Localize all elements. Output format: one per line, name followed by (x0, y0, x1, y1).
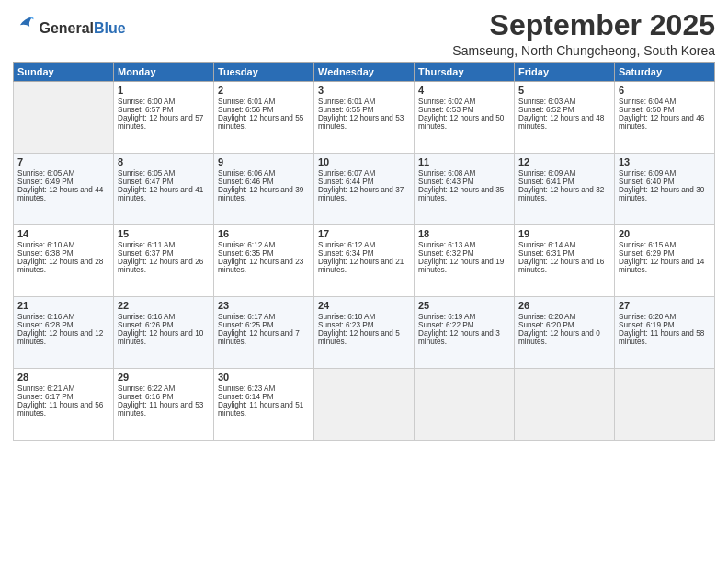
sunset-text: Sunset: 6:38 PM (17, 249, 109, 258)
day-number: 5 (518, 85, 610, 96)
sunrise-text: Sunrise: 6:10 AM (17, 241, 109, 249)
sunrise-text: Sunrise: 6:22 AM (118, 385, 210, 393)
daylight-text: Daylight: 12 hours and 0 minutes. (518, 329, 610, 346)
calendar-week-row: 21Sunrise: 6:16 AMSunset: 6:28 PMDayligh… (14, 297, 715, 369)
sunset-text: Sunset: 6:32 PM (418, 249, 510, 258)
day-number: 26 (518, 300, 610, 311)
title-area: September 2025 Samseung, North Chungcheo… (452, 9, 715, 58)
sunset-text: Sunset: 6:35 PM (218, 249, 310, 258)
calendar-cell: 18Sunrise: 6:13 AMSunset: 6:32 PMDayligh… (415, 225, 515, 297)
calendar-week-row: 28Sunrise: 6:21 AMSunset: 6:17 PMDayligh… (14, 369, 715, 441)
sunset-text: Sunset: 6:25 PM (218, 321, 310, 329)
sunset-text: Sunset: 6:17 PM (17, 393, 109, 401)
calendar-cell: 23Sunrise: 6:17 AMSunset: 6:25 PMDayligh… (214, 297, 314, 369)
sunset-text: Sunset: 6:40 PM (619, 178, 711, 186)
sunset-text: Sunset: 6:16 PM (118, 393, 210, 401)
sunrise-text: Sunrise: 6:07 AM (318, 169, 410, 178)
sunset-text: Sunset: 6:26 PM (118, 321, 210, 329)
sunset-text: Sunset: 6:22 PM (418, 321, 510, 329)
sunset-text: Sunset: 6:20 PM (518, 321, 610, 329)
calendar-cell: 15Sunrise: 6:11 AMSunset: 6:37 PMDayligh… (114, 225, 214, 297)
sunrise-text: Sunrise: 6:16 AM (17, 313, 109, 321)
calendar-cell (314, 369, 415, 441)
calendar-cell: 11Sunrise: 6:08 AMSunset: 6:43 PMDayligh… (415, 154, 515, 225)
calendar-cell (14, 82, 114, 154)
sunrise-text: Sunrise: 6:21 AM (17, 385, 109, 393)
sunset-text: Sunset: 6:50 PM (619, 106, 711, 114)
daylight-text: Daylight: 12 hours and 7 minutes. (218, 329, 310, 346)
sunset-text: Sunset: 6:55 PM (318, 106, 410, 114)
sunrise-text: Sunrise: 6:08 AM (418, 169, 510, 178)
calendar-week-row: 7Sunrise: 6:05 AMSunset: 6:49 PMDaylight… (14, 154, 715, 225)
logo-bird-icon (15, 13, 35, 33)
calendar-cell: 3Sunrise: 6:01 AMSunset: 6:55 PMDaylight… (314, 82, 415, 154)
day-number: 27 (619, 300, 711, 311)
day-number: 9 (218, 156, 310, 167)
sunrise-text: Sunrise: 6:00 AM (118, 98, 210, 106)
sunset-text: Sunset: 6:47 PM (118, 178, 210, 186)
weekday-header-monday: Monday (114, 63, 214, 82)
daylight-text: Daylight: 12 hours and 16 minutes. (518, 258, 610, 274)
sunrise-text: Sunrise: 6:04 AM (619, 98, 711, 106)
weekday-header-saturday: Saturday (615, 63, 715, 82)
sunrise-text: Sunrise: 6:14 AM (518, 241, 610, 249)
sunset-text: Sunset: 6:23 PM (318, 321, 410, 329)
calendar-cell: 6Sunrise: 6:04 AMSunset: 6:50 PMDaylight… (615, 82, 715, 154)
daylight-text: Daylight: 12 hours and 21 minutes. (318, 258, 410, 274)
day-number: 24 (318, 300, 410, 311)
calendar-table: SundayMondayTuesdayWednesdayThursdayFrid… (13, 62, 715, 441)
daylight-text: Daylight: 12 hours and 5 minutes. (318, 329, 410, 346)
calendar-cell (615, 369, 715, 441)
calendar-cell: 8Sunrise: 6:05 AMSunset: 6:47 PMDaylight… (114, 154, 214, 225)
calendar-cell: 10Sunrise: 6:07 AMSunset: 6:44 PMDayligh… (314, 154, 415, 225)
day-number: 30 (218, 372, 310, 383)
sunrise-text: Sunrise: 6:09 AM (619, 169, 711, 178)
daylight-text: Daylight: 12 hours and 39 minutes. (218, 186, 310, 202)
day-number: 21 (17, 300, 109, 311)
calendar-cell: 5Sunrise: 6:03 AMSunset: 6:52 PMDaylight… (515, 82, 615, 154)
sunrise-text: Sunrise: 6:01 AM (218, 98, 310, 106)
day-number: 1 (118, 85, 210, 96)
weekday-header-sunday: Sunday (14, 63, 114, 82)
day-number: 10 (318, 156, 410, 167)
sunset-text: Sunset: 6:57 PM (118, 106, 210, 114)
day-number: 4 (418, 85, 510, 96)
sunrise-text: Sunrise: 6:02 AM (418, 98, 510, 106)
sunset-text: Sunset: 6:52 PM (518, 106, 610, 114)
calendar-cell: 16Sunrise: 6:12 AMSunset: 6:35 PMDayligh… (214, 225, 314, 297)
sunset-text: Sunset: 6:44 PM (318, 178, 410, 186)
calendar-cell: 14Sunrise: 6:10 AMSunset: 6:38 PMDayligh… (14, 225, 114, 297)
day-number: 12 (518, 156, 610, 167)
daylight-text: Daylight: 12 hours and 37 minutes. (318, 186, 410, 202)
day-number: 20 (619, 228, 711, 239)
logo: GeneralBlue (13, 13, 126, 37)
daylight-text: Daylight: 12 hours and 48 minutes. (518, 114, 610, 131)
sunrise-text: Sunrise: 6:23 AM (218, 385, 310, 393)
calendar-cell: 26Sunrise: 6:20 AMSunset: 6:20 PMDayligh… (515, 297, 615, 369)
day-number: 3 (318, 85, 410, 96)
day-number: 18 (418, 228, 510, 239)
day-number: 13 (619, 156, 711, 167)
sunrise-text: Sunrise: 6:13 AM (418, 241, 510, 249)
sunrise-text: Sunrise: 6:05 AM (17, 169, 109, 178)
sunset-text: Sunset: 6:56 PM (218, 106, 310, 114)
calendar-cell: 12Sunrise: 6:09 AMSunset: 6:41 PMDayligh… (515, 154, 615, 225)
calendar-week-row: 14Sunrise: 6:10 AMSunset: 6:38 PMDayligh… (14, 225, 715, 297)
sunset-text: Sunset: 6:49 PM (17, 178, 109, 186)
day-number: 25 (418, 300, 510, 311)
sunrise-text: Sunrise: 6:03 AM (518, 98, 610, 106)
daylight-text: Daylight: 12 hours and 19 minutes. (418, 258, 510, 274)
sunrise-text: Sunrise: 6:15 AM (619, 241, 711, 249)
sunrise-text: Sunrise: 6:09 AM (518, 169, 610, 178)
weekday-header-wednesday: Wednesday (314, 63, 415, 82)
calendar-cell: 21Sunrise: 6:16 AMSunset: 6:28 PMDayligh… (14, 297, 114, 369)
day-number: 29 (118, 372, 210, 383)
day-number: 23 (218, 300, 310, 311)
logo-blue: Blue (94, 20, 126, 36)
daylight-text: Daylight: 12 hours and 3 minutes. (418, 329, 510, 346)
calendar-cell: 1Sunrise: 6:00 AMSunset: 6:57 PMDaylight… (114, 82, 214, 154)
calendar-page: GeneralBlue September 2025 Samseung, Nor… (0, 0, 728, 563)
sunrise-text: Sunrise: 6:20 AM (619, 313, 711, 321)
sunrise-text: Sunrise: 6:17 AM (218, 313, 310, 321)
weekday-header-row: SundayMondayTuesdayWednesdayThursdayFrid… (14, 63, 715, 82)
